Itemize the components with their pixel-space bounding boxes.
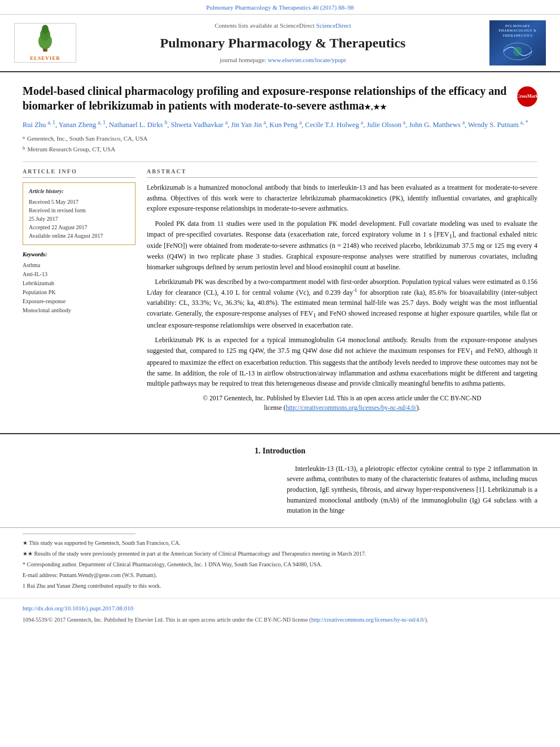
journal-citation: Pulmonary Pharmacology & Therapeutics 46… xyxy=(206,4,353,11)
authors-list: Rui Zhu a, 1, Yanan Zheng a, 1, Nathanae… xyxy=(23,120,537,130)
science-direct-label: Contents lists available at ScienceDirec… xyxy=(85,21,481,30)
journal-homepage: journal homepage: www.elsevier.com/locat… xyxy=(85,56,481,64)
keyword-asthma: Asthma xyxy=(23,261,135,270)
thumbnail-title: PULMONARY PHARMACOLOGY & THERAPEUTICS xyxy=(492,24,543,38)
keyword-population-pk: Population PK xyxy=(23,288,135,297)
footnote-2: ★★ Results of the study were previously … xyxy=(23,549,537,558)
abstract-para-1: Lebrikizumab is a humanized monoclonal a… xyxy=(147,182,537,214)
article-title: Model-based clinical pharmacology profil… xyxy=(23,84,537,113)
divider xyxy=(23,161,537,162)
journal-thumbnail: PULMONARY PHARMACOLOGY & THERAPEUTICS xyxy=(489,20,546,65)
keywords-label: Keywords: xyxy=(23,251,135,259)
intro-para-1: Interleukin-13 (IL-13), a pleiotropic ef… xyxy=(287,464,537,516)
title-area: CrossMark Model-based clinical pharmacol… xyxy=(23,84,537,113)
crossmark-badge: CrossMark xyxy=(517,86,537,107)
footnote-email: E-mail address: Putnam.Wendy@gene.com (W… xyxy=(23,571,537,579)
cc-license-link[interactable]: http://creativecommons.org/licenses/by-n… xyxy=(286,404,417,411)
footnotes-section: ★ This study was supported by Genentech,… xyxy=(0,527,560,598)
keyword-lebrikizumab: Lebrikizumab xyxy=(23,279,135,288)
intro-heading: 1. Introduction xyxy=(23,445,537,457)
svg-point-3 xyxy=(42,25,49,34)
homepage-link[interactable]: www.elsevier.com/locate/ypupt xyxy=(268,56,346,63)
left-column: ARTICLE INFO Article history: Received 5… xyxy=(23,168,135,413)
intro-left-col xyxy=(23,464,273,516)
keyword-monoclonal-antibody: Monoclonal antibody xyxy=(23,306,135,315)
issn-line: 1094-5539/© 2017 Genentech, Inc. Publish… xyxy=(23,615,537,624)
intro-right-col: Interleukin-13 (IL-13), a pleiotropic ef… xyxy=(287,464,537,516)
article-history-label: Article history: xyxy=(29,187,129,195)
elsevier-text: ELSEVIER xyxy=(30,55,60,62)
keywords-section: Keywords: Asthma Anti-IL-13 Lebrikizumab… xyxy=(23,251,135,315)
available-online: Available online 24 August 2017 xyxy=(29,231,129,240)
footnote-1: ★ This study was supported by Genentech,… xyxy=(23,539,537,547)
article-info-header: ARTICLE INFO xyxy=(23,168,135,178)
article-body: ARTICLE INFO Article history: Received 5… xyxy=(23,168,537,413)
elsevier-tree-icon xyxy=(23,24,68,53)
elsevier-logo-left: ELSEVIER xyxy=(11,23,79,63)
paper-content: CrossMark Model-based clinical pharmacol… xyxy=(0,72,560,424)
footnote-contrib: 1 Rui Zhu and Yanan Zheng contributed eq… xyxy=(23,582,537,590)
journal-header-center: Contents lists available at ScienceDirec… xyxy=(85,21,481,64)
abstract-para-2: Pooled PK data from 11 studies were used… xyxy=(147,219,537,272)
doi-link[interactable]: http://dx.doi.org/10.1016/j.pupt.2017.08… xyxy=(23,605,133,611)
elsevier-logo-box: ELSEVIER xyxy=(14,23,76,63)
journal-header: ELSEVIER Contents lists available at Sci… xyxy=(0,15,560,72)
abstract-content: Lebrikizumab is a humanized monoclonal a… xyxy=(147,182,537,413)
intro-columns: Interleukin-13 (IL-13), a pleiotropic ef… xyxy=(23,464,537,516)
journal-title: Pulmonary Pharmacology & Therapeutics xyxy=(85,34,481,53)
affiliation-b: b Metrum Research Group, CT, USA xyxy=(23,145,537,154)
svg-point-4 xyxy=(43,49,47,52)
abstract-para-3: Lebrikizumab PK was described by a two-c… xyxy=(147,277,537,330)
journal-cover-image: PULMONARY PHARMACOLOGY & THERAPEUTICS xyxy=(487,20,549,65)
issn-license-link[interactable]: http://creativecommons.org/licenses/by-n… xyxy=(311,617,425,623)
abstract-header: ABSTRACT xyxy=(147,168,537,178)
science-direct-link[interactable]: ScienceDirect xyxy=(316,22,351,29)
abstract-copyright: © 2017 Genentech, Inc. Published by Else… xyxy=(147,394,537,413)
article-history-box: Article history: Received 5 May 2017 Rec… xyxy=(23,182,135,245)
intro-text: Interleukin-13 (IL-13), a pleiotropic ef… xyxy=(287,464,537,516)
top-bar: Pulmonary Pharmacology & Therapeutics 46… xyxy=(0,0,560,15)
keyword-antil13: Anti-IL-13 xyxy=(23,270,135,279)
thumbnail-graphic xyxy=(501,40,535,63)
received-revised-label: Received in revised form xyxy=(29,206,129,215)
received-date: Received 5 May 2017 xyxy=(29,198,129,206)
crossmark-icon: CrossMark xyxy=(517,86,537,107)
affiliations: a Genentech, Inc., South San Francisco, … xyxy=(23,134,537,154)
footnotes-rule xyxy=(23,534,135,534)
footnote-3: * Corresponding author. Department of Cl… xyxy=(23,560,537,569)
affiliation-a: a Genentech, Inc., South San Francisco, … xyxy=(23,134,537,143)
revised-date: 25 July 2017 xyxy=(29,215,129,223)
keyword-exposure-response: Exposure-response xyxy=(23,297,135,306)
bottom-bar: http://dx.doi.org/10.1016/j.pupt.2017.08… xyxy=(0,598,560,628)
accepted-date: Accepted 22 August 2017 xyxy=(29,223,129,231)
right-column: ABSTRACT Lebrikizumab is a humanized mon… xyxy=(147,168,537,413)
introduction-section: 1. Introduction Interleukin-13 (IL-13), … xyxy=(0,434,560,522)
svg-point-6 xyxy=(513,47,522,56)
abstract-para-4: Lebrikizumab PK is as expected for a typ… xyxy=(147,335,537,388)
